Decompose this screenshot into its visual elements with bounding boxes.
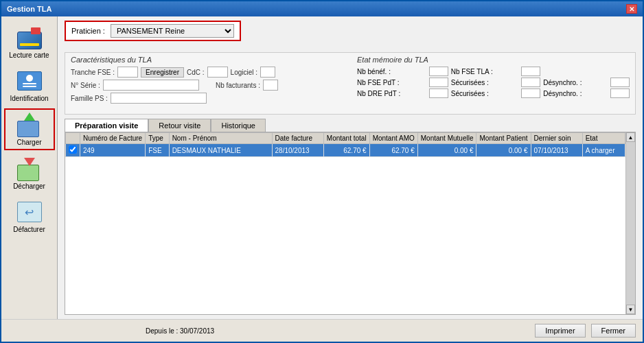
tabs-row: Préparation visite Retour visite Histori… bbox=[65, 119, 636, 132]
desynchrono-1-input[interactable] bbox=[610, 78, 630, 87]
scroll-up-button[interactable]: ▲ bbox=[626, 132, 635, 142]
desynchrono-1-label: Désynchro. : bbox=[543, 79, 608, 86]
row-type: FSE bbox=[146, 144, 169, 157]
col-montant-patient: Montant Patient bbox=[476, 133, 531, 144]
scrollbar[interactable]: ▲ ▼ bbox=[625, 132, 635, 314]
sidebar-item-label: Décharger bbox=[13, 182, 45, 190]
logiciel-label: Logiciel : bbox=[231, 69, 257, 76]
table-row[interactable]: 249 FSE DESMAUX NATHALIE 28/10/2013 62.7… bbox=[66, 144, 625, 157]
scroll-track bbox=[626, 142, 635, 305]
content-area: Lecture carte Identification bbox=[1, 16, 643, 319]
sidebar-item-label: Identification bbox=[10, 95, 48, 102]
tab-content: Numéro de Facture Type Nom - Prénom Date… bbox=[65, 132, 636, 315]
sidebar-item-label: Lecture carte bbox=[9, 51, 49, 59]
cdc-input[interactable] bbox=[207, 67, 228, 78]
tab-historique[interactable]: Historique bbox=[211, 119, 266, 132]
row-nom-prenom: DESMAUX NATHALIE bbox=[169, 144, 272, 157]
securisees-2-input[interactable] bbox=[521, 88, 540, 98]
sidebar-item-identification[interactable]: Identification bbox=[4, 65, 55, 106]
nb-dre-pdt-label: Nb DRE PdT : bbox=[357, 90, 426, 97]
praticien-select[interactable]: PANSEMENT Reine bbox=[111, 24, 234, 38]
row-check[interactable] bbox=[66, 144, 80, 157]
fermer-button[interactable]: Fermer bbox=[591, 324, 636, 338]
row-montant-mutuelle: 0.00 € bbox=[417, 144, 476, 157]
n-serie-label: N° Série : bbox=[71, 82, 100, 89]
footer: Depuis le : 30/07/2013 Imprimer Fermer bbox=[1, 319, 643, 342]
nb-benef-input[interactable] bbox=[429, 67, 448, 76]
n-serie-input[interactable] bbox=[103, 80, 199, 91]
col-montant-amo: Montant AMO bbox=[369, 133, 417, 144]
col-date-facture: Date facture bbox=[272, 133, 323, 144]
famille-ps-row: Famille PS : bbox=[71, 93, 343, 104]
securisees-1-label: Sécurisées : bbox=[451, 79, 519, 86]
desynchrono-2-label: Désynchro. : bbox=[543, 90, 608, 97]
sidebar-item-charger[interactable]: Charger bbox=[4, 108, 55, 150]
row-etat: A charger bbox=[582, 144, 625, 157]
tranche-fse-row: Tranche FSE : Enregistrer CdC : Logiciel… bbox=[71, 67, 343, 78]
caracteristiques-title: Caractéristiques du TLA bbox=[71, 56, 343, 64]
praticien-section: Praticien : PANSEMENT Reine bbox=[65, 21, 241, 41]
defacturer-icon: ↩ bbox=[16, 200, 43, 224]
col-montant-mutuelle: Montant Mutuelle bbox=[417, 133, 476, 144]
depuis-value: 30/07/2013 bbox=[180, 327, 214, 335]
tab-retour[interactable]: Retour visite bbox=[148, 119, 211, 132]
table-header-row: Numéro de Facture Type Nom - Prénom Date… bbox=[66, 133, 625, 144]
row-montant-total: 62.70 € bbox=[323, 144, 369, 157]
table-wrapper: Numéro de Facture Type Nom - Prénom Date… bbox=[65, 132, 625, 314]
enregistrer-button[interactable]: Enregistrer bbox=[141, 67, 184, 78]
decharger-icon bbox=[16, 156, 43, 181]
row-date-facture: 28/10/2013 bbox=[272, 144, 323, 157]
row-checkbox[interactable] bbox=[69, 145, 77, 154]
col-nom-prenom: Nom - Prénom bbox=[169, 133, 272, 144]
securisees-1-input[interactable] bbox=[521, 78, 540, 87]
imprimer-button[interactable]: Imprimer bbox=[535, 324, 585, 338]
logiciel-input[interactable] bbox=[260, 67, 275, 78]
row-montant-patient: 0.00 € bbox=[476, 144, 531, 157]
sidebar: Lecture carte Identification bbox=[1, 16, 58, 319]
main-content: Praticien : PANSEMENT Reine Caractéristi… bbox=[58, 16, 643, 319]
nb-facturants-label: Nb facturants : bbox=[216, 82, 260, 89]
desynchrono-2-input[interactable] bbox=[610, 88, 630, 98]
depuis-text: Depuis le : 30/07/2013 bbox=[8, 327, 214, 335]
row-montant-amo: 62.70 € bbox=[369, 144, 417, 157]
row-dernier-soin: 07/10/2013 bbox=[531, 144, 582, 157]
sidebar-item-defacturer[interactable]: ↩ Défacturer bbox=[4, 196, 55, 237]
row-numero: 249 bbox=[80, 144, 146, 157]
table-container: Numéro de Facture Type Nom - Prénom Date… bbox=[65, 132, 635, 314]
cdc-label: CdC : bbox=[187, 69, 205, 76]
nb-fse-tla-input[interactable] bbox=[521, 67, 540, 76]
n-serie-row: N° Série : Nb facturants : bbox=[71, 80, 343, 91]
main-window: Gestion TLA ✕ Lecture carte bbox=[0, 0, 644, 343]
praticien-label: Praticien : bbox=[71, 27, 105, 35]
nb-facturants-input[interactable] bbox=[263, 80, 278, 91]
sidebar-item-label: Défacturer bbox=[13, 226, 45, 233]
famille-ps-input[interactable] bbox=[111, 93, 207, 104]
depuis-label: Depuis le : bbox=[146, 327, 178, 335]
tab-preparation[interactable]: Préparation visite bbox=[65, 119, 148, 132]
etat-memoire-title: Etat mémoire du TLA bbox=[357, 56, 630, 64]
sidebar-item-label: Charger bbox=[16, 139, 41, 146]
tranche-fse-label: Tranche FSE : bbox=[71, 69, 115, 76]
nb-fse-pdt-input[interactable] bbox=[429, 78, 448, 87]
close-button[interactable]: ✕ bbox=[626, 4, 637, 14]
factures-table: Numéro de Facture Type Nom - Prénom Date… bbox=[65, 132, 625, 157]
col-montant-total: Montant total bbox=[323, 133, 369, 144]
nb-dre-pdt-input[interactable] bbox=[429, 88, 448, 98]
securisees-2-label: Sécurisées : bbox=[451, 90, 519, 97]
sections-row: Caractéristiques du TLA Tranche FSE : En… bbox=[71, 56, 630, 106]
col-etat: Etat bbox=[582, 133, 625, 144]
charger-icon bbox=[16, 113, 43, 137]
nb-benef-label: Nb bénéf. : bbox=[357, 68, 426, 75]
col-check bbox=[66, 133, 80, 144]
tranche-fse-input[interactable] bbox=[117, 67, 138, 78]
famille-ps-label: Famille PS : bbox=[71, 95, 108, 102]
sidebar-item-lecture-carte[interactable]: Lecture carte bbox=[4, 22, 55, 62]
sidebar-item-decharger[interactable]: Décharger bbox=[4, 153, 55, 193]
title-bar: Gestion TLA ✕ bbox=[1, 1, 643, 16]
col-dernier-soin: Dernier soin bbox=[531, 133, 582, 144]
col-type: Type bbox=[146, 133, 169, 144]
nb-fse-pdt-label: Nb FSE PdT : bbox=[357, 79, 426, 86]
col-numero: Numéro de Facture bbox=[80, 133, 146, 144]
scroll-down-button[interactable]: ▼ bbox=[626, 305, 635, 314]
id-icon bbox=[16, 69, 43, 93]
